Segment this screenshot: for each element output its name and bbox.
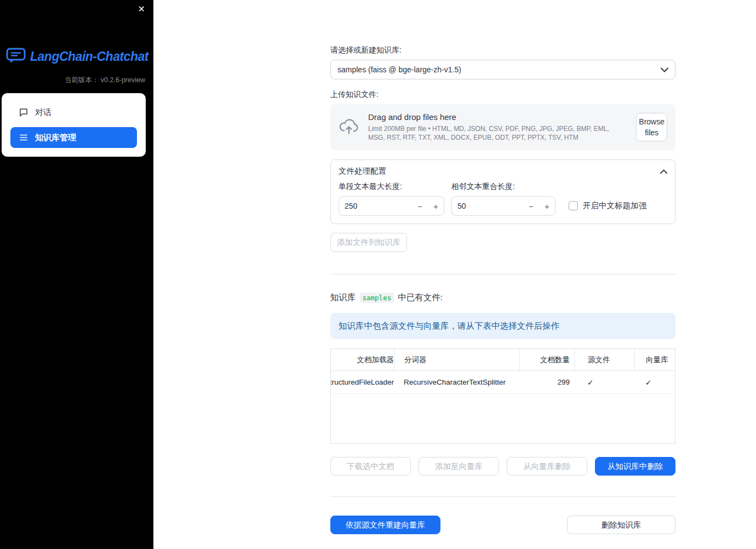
kb-files-prefix: 知识库 bbox=[330, 292, 356, 304]
add-to-vector-store-button[interactable]: 添加至向量库 bbox=[419, 457, 499, 476]
sidebar-nav: 对话 知识库管理 bbox=[2, 93, 146, 157]
chevron-up-icon bbox=[660, 167, 667, 175]
divider bbox=[330, 496, 675, 497]
app-title: LangChain-Chatchat bbox=[30, 49, 148, 64]
stepper: − + bbox=[523, 197, 555, 215]
sidebar: ✕ LangChain-Chatchat 当前版本： v0.2.6-previe… bbox=[0, 0, 153, 549]
overlap-field: 相邻文本重合长度: 50 − + bbox=[451, 182, 555, 216]
version-label: 当前版本： v0.2.6-preview bbox=[65, 76, 145, 85]
zh-title-enhance-label[interactable]: 开启中文标题加强 bbox=[583, 201, 646, 211]
uploader-texts: Drag and drop files here Limit 200MB per… bbox=[368, 112, 627, 142]
cell-loader: UnstructuredFileLoader bbox=[330, 371, 394, 393]
upload-label: 上传知识文件: bbox=[330, 90, 675, 100]
decrement-button[interactable]: − bbox=[412, 197, 428, 215]
content-column: 请选择或新建知识库: samples (faiss @ bge-large-zh… bbox=[330, 45, 675, 534]
zh-title-enhance-group: 开启中文标题加强 bbox=[569, 201, 646, 211]
overlap-label: 相邻文本重合长度: bbox=[451, 182, 555, 192]
sidebar-item-label: 对话 bbox=[35, 107, 51, 118]
file-dropzone[interactable]: Drag and drop files here Limit 200MB per… bbox=[330, 104, 675, 150]
upload-cloud-icon bbox=[339, 118, 359, 136]
drag-drop-text: Drag and drop files here bbox=[368, 112, 627, 122]
kb-files-suffix: 中已有文件: bbox=[398, 292, 443, 304]
cell-vector-store-check: ✓ bbox=[634, 371, 675, 393]
page: ✕ LangChain-Chatchat 当前版本： v0.2.6-previe… bbox=[0, 0, 756, 549]
files-table: 文档加载器 分词器 文档数量 源文件 向量库 UnstructuredFileL… bbox=[330, 348, 675, 444]
sidebar-item-knowledge-base[interactable]: 知识库管理 bbox=[10, 127, 137, 148]
logo-chat-bubble-icon bbox=[6, 48, 26, 66]
col-header-splitter: 分词器 bbox=[394, 349, 519, 370]
cell-doc-count: 299 bbox=[519, 371, 574, 393]
cell-source-file-check: ✓ bbox=[574, 371, 634, 393]
decrement-button[interactable]: − bbox=[523, 197, 539, 215]
col-header-loader: 文档加载器 bbox=[330, 349, 394, 370]
chevron-down-icon bbox=[661, 65, 668, 74]
stepper: − + bbox=[412, 197, 444, 215]
expander-header[interactable]: 文件处理配置 bbox=[331, 160, 675, 182]
browse-files-button[interactable]: Browse files bbox=[636, 113, 667, 141]
upload-limit-text: Limit 200MB per file • HTML, MD, JSON, C… bbox=[368, 124, 627, 142]
table-row[interactable]: UnstructuredFileLoader RecursiveCharacte… bbox=[330, 371, 675, 394]
expander-title: 文件处理配置 bbox=[339, 166, 386, 176]
download-selected-button[interactable]: 下载选中文档 bbox=[330, 457, 411, 476]
main-area: 请选择或新建知识库: samples (faiss @ bge-large-zh… bbox=[153, 0, 756, 549]
zh-title-enhance-checkbox[interactable] bbox=[569, 201, 578, 210]
list-icon bbox=[19, 133, 28, 142]
increment-button[interactable]: + bbox=[539, 197, 555, 215]
kb-name-code: samples bbox=[360, 293, 394, 303]
kb-select[interactable]: samples (faiss @ bge-large-zh-v1.5) bbox=[330, 60, 675, 79]
expander-body: 单段文本最大长度: 250 − + 相邻文本重合长度: 50 bbox=[331, 182, 675, 224]
cell-splitter: RecursiveCharacterTextSplitter bbox=[394, 371, 519, 393]
delete-from-vector-store-button[interactable]: 从向量库删除 bbox=[507, 457, 587, 476]
divider bbox=[330, 274, 675, 274]
max-length-value: 250 bbox=[345, 202, 357, 210]
col-header-doc-count: 文档数量 bbox=[519, 349, 574, 370]
sidebar-item-dialogue[interactable]: 对话 bbox=[10, 102, 137, 123]
kb-select-value: samples (faiss @ bge-large-zh-v1.5) bbox=[337, 65, 461, 74]
table-actions: 下载选中文档 添加至向量库 从向量库删除 从知识库中删除 bbox=[330, 457, 675, 476]
max-length-input[interactable]: 250 − + bbox=[339, 196, 444, 216]
file-config-expander: 文件处理配置 单段文本最大长度: 250 − bbox=[330, 159, 675, 224]
rebuild-vector-store-button[interactable]: 依据源文件重建向量库 bbox=[330, 516, 440, 534]
info-text: 知识库中包含源文件与向量库，请从下表中选择文件后操作 bbox=[339, 321, 559, 332]
overlap-input[interactable]: 50 − + bbox=[451, 196, 555, 216]
kb-select-label: 请选择或新建知识库: bbox=[330, 45, 675, 55]
max-length-field: 单段文本最大长度: 250 − + bbox=[339, 182, 444, 216]
close-sidebar-icon[interactable]: ✕ bbox=[138, 4, 145, 14]
increment-button[interactable]: + bbox=[428, 197, 444, 215]
max-length-label: 单段文本最大长度: bbox=[339, 182, 444, 192]
col-header-source-file: 源文件 bbox=[574, 349, 634, 370]
overlap-value: 50 bbox=[457, 202, 466, 210]
add-files-button[interactable]: 添加文件到知识库 bbox=[330, 233, 407, 252]
sidebar-item-label: 知识库管理 bbox=[35, 133, 76, 143]
kb-bottom-actions: 依据源文件重建向量库 删除知识库 bbox=[330, 516, 675, 534]
col-header-vector-store: 向量库 bbox=[634, 349, 675, 370]
app-logo: LangChain-Chatchat bbox=[6, 48, 148, 66]
chat-bubble-icon bbox=[19, 107, 28, 117]
delete-from-kb-button[interactable]: 从知识库中删除 bbox=[595, 457, 675, 476]
table-header-row: 文档加载器 分词器 文档数量 源文件 向量库 bbox=[330, 349, 675, 371]
info-banner: 知识库中包含源文件与向量库，请从下表中选择文件后操作 bbox=[330, 313, 675, 339]
files-table-inner: 文档加载器 分词器 文档数量 源文件 向量库 UnstructuredFileL… bbox=[330, 349, 675, 394]
kb-files-heading: 知识库 samples 中已有文件: bbox=[330, 292, 675, 304]
delete-kb-button[interactable]: 删除知识库 bbox=[567, 516, 675, 534]
